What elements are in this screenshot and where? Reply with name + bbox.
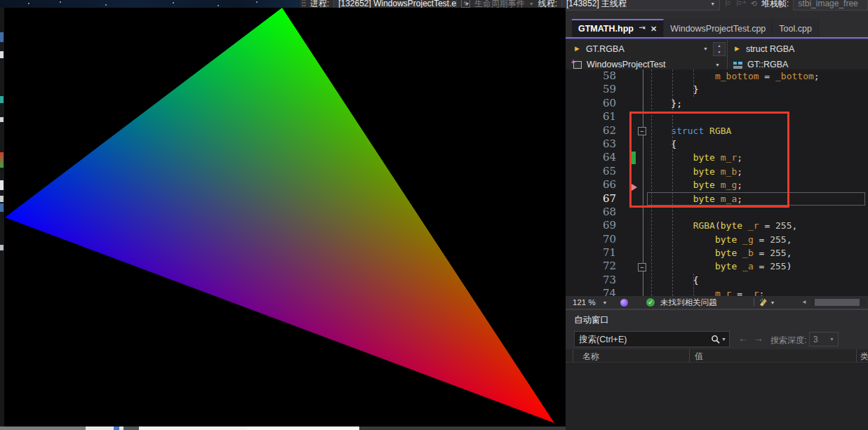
line-number[interactable]: 74 <box>566 287 619 296</box>
column-name[interactable]: 名称 <box>582 351 599 363</box>
scope-value: struct RGBA <box>746 44 794 54</box>
spin-down-icon[interactable]: ▼ <box>714 49 725 55</box>
close-icon[interactable]: ✕ <box>650 25 657 34</box>
project-icon: + <box>573 61 582 69</box>
forward-arrow-icon[interactable]: → <box>754 332 763 344</box>
code-text: byte _g = 255, <box>649 233 792 246</box>
line-number[interactable]: 62 <box>566 124 619 137</box>
screen: 进程: [132652] WindowsProjectTest.e▼ ↯ 生命周… <box>0 0 868 430</box>
search-icon[interactable] <box>711 335 720 344</box>
stack-frame-dropdown[interactable]: stbi_image_free <box>793 0 868 11</box>
chevron-down-icon[interactable]: ▼ <box>715 62 720 67</box>
column-value[interactable]: 值 <box>695 351 703 363</box>
chevron-down-icon[interactable]: ▼ <box>529 1 534 6</box>
scroll-left-icon[interactable]: ◄ <box>801 299 807 306</box>
line-number[interactable]: 64 <box>566 151 619 164</box>
line-number[interactable]: 70 <box>566 233 619 246</box>
line-number[interactable]: 67 <box>566 192 619 206</box>
search-input[interactable] <box>575 335 711 344</box>
code-line-72[interactable]: 72 byte _a = 255) <box>566 260 868 273</box>
chevron-down-icon[interactable]: ▼ <box>770 300 775 305</box>
tab-tool-cpp[interactable]: Tool.cpp <box>773 19 819 37</box>
search-depth-label: 搜索深度: <box>770 335 806 347</box>
chevron-down-icon[interactable]: ▼ <box>721 337 726 342</box>
flag-icon[interactable]: ⚐ <box>724 0 731 8</box>
code-text: m_r = _r; <box>649 287 764 296</box>
separator <box>754 298 754 307</box>
autos-toolbar: ▼ ← → 搜索深度: 3 ▼ <box>566 330 868 349</box>
project-dropdown-value: WindowsProjectTest <box>587 60 666 69</box>
document-tabstrip: GTMATH.hpp✕WindowsProjectTest.cppTool.cp… <box>566 19 868 39</box>
line-number[interactable]: 58 <box>566 69 619 83</box>
struct-icon <box>733 61 742 69</box>
line-number[interactable]: 66 <box>566 178 619 192</box>
code-line-69[interactable]: 69 RGBA(byte _r = 255, <box>566 219 868 232</box>
flag-marker-icon[interactable]: ⚐⁺ <box>735 0 747 8</box>
thread-dropdown[interactable]: [143852] 主线程▼ <box>561 0 720 11</box>
type-value: GT::RGBA <box>747 60 788 69</box>
chevron-down-icon[interactable]: ▼ <box>603 300 608 305</box>
code-text: byte _b = 255, <box>649 246 792 260</box>
autos-body[interactable] <box>566 363 868 430</box>
member-dropdown[interactable]: ► GT.RGBA ▼ ▲▼ <box>566 40 728 58</box>
intellicode-icon[interactable] <box>620 299 628 307</box>
lifecycle-events-icon[interactable]: ↯ <box>461 0 470 8</box>
line-number[interactable]: 60 <box>566 97 619 110</box>
cycle-arrow-icon[interactable]: ⟲ <box>751 0 757 8</box>
line-number[interactable]: 71 <box>566 246 619 260</box>
line-number[interactable]: 69 <box>566 219 619 232</box>
health-text: 未找到相关问题 <box>660 297 717 308</box>
stack-frame-label: 堆栈帧: <box>761 0 789 10</box>
editor-status-row: 121 % ▼ ✓ 未找到相关问题 ▼ ◄ <box>566 296 868 309</box>
editor-panel: GTMATH.hpp✕WindowsProjectTest.cppTool.cp… <box>566 12 868 430</box>
code-line-58[interactable]: 58 m_bottom = _bottom; <box>566 69 868 83</box>
autos-column-headers: 名称 值 类 <box>566 349 868 363</box>
pin-icon[interactable] <box>639 24 646 34</box>
rgb-triangle-canvas <box>4 8 566 426</box>
nav-arrow-icon: ► <box>733 45 741 53</box>
code-cleanup-broom-icon[interactable] <box>759 298 768 307</box>
spin-up-icon[interactable]: ▲ <box>714 43 725 49</box>
taskbar-sliver <box>0 426 566 430</box>
code-editor[interactable]: 58 m_bottom = _bottom;59 }60 };6162 stru… <box>566 69 868 296</box>
column-type[interactable]: 类 <box>860 351 868 363</box>
autos-search-box[interactable]: ▼ <box>574 331 730 347</box>
tab-label: Tool.cpp <box>779 24 812 34</box>
tab-label: GTMATH.hpp <box>578 24 634 34</box>
code-text: }; <box>649 97 682 110</box>
line-number[interactable]: 59 <box>566 83 619 96</box>
tab-gtmath-hpp[interactable]: GTMATH.hpp✕ <box>572 19 664 37</box>
line-number[interactable]: 73 <box>566 274 619 287</box>
chevron-down-icon: ▼ <box>710 1 715 6</box>
tab-windowsprojecttest-cpp[interactable]: WindowsProjectTest.cpp <box>664 19 773 37</box>
collapse-region-icon[interactable]: − <box>638 263 646 271</box>
back-arrow-icon[interactable]: ← <box>738 332 748 344</box>
line-number[interactable]: 65 <box>566 165 619 178</box>
line-number[interactable]: 63 <box>566 137 619 151</box>
search-depth-dropdown[interactable]: 3 ▼ <box>809 332 839 347</box>
code-line-74[interactable]: 74 m_r = _r; <box>566 287 868 296</box>
line-number[interactable]: 61 <box>566 110 619 123</box>
indent-guide <box>693 69 694 97</box>
code-line-73[interactable]: 73 { <box>566 274 868 287</box>
horizontal-scrollbar[interactable] <box>811 299 866 306</box>
red-annotation-box <box>629 112 789 208</box>
chevron-down-icon[interactable]: ▼ <box>703 46 708 51</box>
code-line-59[interactable]: 59 } <box>566 83 868 96</box>
line-number[interactable]: 68 <box>566 206 619 219</box>
code-text: RGBA(byte _r = 255, <box>649 219 797 232</box>
code-line-70[interactable]: 70 byte _g = 255, <box>566 233 868 246</box>
chevron-down-icon: ▼ <box>829 337 834 342</box>
member-dropdown-value: GT.RGBA <box>586 44 625 54</box>
code-line-60[interactable]: 60 }; <box>566 97 868 110</box>
autos-window: 自动窗口 ▼ ← → 搜索深度: 3 ▼ <box>566 309 868 430</box>
member-spinner[interactable]: ▲▼ <box>713 42 726 56</box>
health-check-icon[interactable]: ✓ <box>646 298 655 307</box>
tab-label: WindowsProjectTest.cpp <box>670 24 766 34</box>
zoom-level[interactable]: 121 % <box>573 298 596 307</box>
line-number[interactable]: 72 <box>566 260 619 273</box>
code-line-71[interactable]: 71 byte _b = 255, <box>566 246 868 260</box>
indent-guide <box>693 274 694 296</box>
scope-display[interactable]: ► struct RGBA <box>728 40 794 58</box>
scrollbar-thumb[interactable] <box>815 299 860 306</box>
